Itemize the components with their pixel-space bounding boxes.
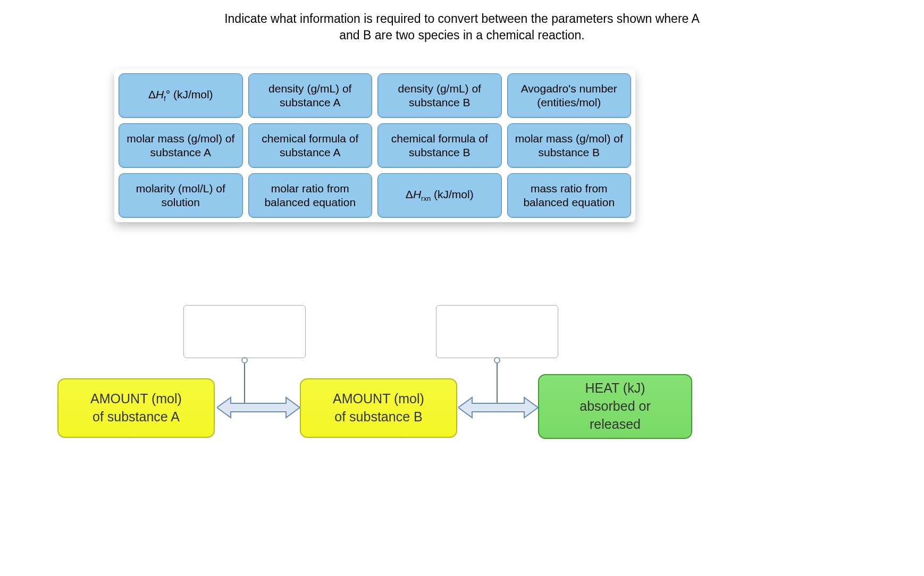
question-text: Indicate what information is required to…	[0, 11, 924, 44]
choice-label: ΔHrxn (kJ/mol)	[406, 188, 474, 203]
amount-b-box: AMOUNT (mol) of substance B	[300, 378, 457, 438]
choice-mass-ratio[interactable]: mass ratio from balanced equation	[507, 173, 632, 218]
amount-a-box: AMOUNT (mol) of substance A	[57, 378, 215, 438]
svg-marker-0	[217, 397, 300, 418]
amount-b-line2: of substance B	[334, 409, 422, 424]
choice-delta-hrxn[interactable]: ΔHrxn (kJ/mol)	[377, 173, 502, 218]
choices-panel: ΔHf° (kJ/mol) density (g/mL) of substanc…	[114, 69, 635, 222]
drop-zone-2[interactable]	[436, 305, 558, 358]
amount-a-line2: of substance A	[93, 409, 180, 424]
choice-label: molar ratio from balanced equation	[254, 182, 367, 210]
choice-formula-a[interactable]: chemical formula of substance A	[248, 123, 373, 168]
choice-label: molar mass (g/mol) of substance A	[124, 132, 237, 160]
heat-line2: absorbed or	[579, 399, 650, 413]
drop-zone-1[interactable]	[183, 305, 306, 358]
choice-molar-mass-b[interactable]: molar mass (g/mol) of substance B	[507, 123, 632, 168]
choice-delta-hf[interactable]: ΔHf° (kJ/mol)	[119, 73, 243, 118]
double-arrow-1	[217, 391, 300, 424]
question-line2: and B are two species in a chemical reac…	[339, 28, 585, 42]
connector-pin-1	[241, 357, 248, 363]
choices-grid: ΔHf° (kJ/mol) density (g/mL) of substanc…	[119, 73, 631, 218]
choice-density-b[interactable]: density (g/mL) of substance B	[377, 73, 502, 118]
choice-label: Avogadro's number (entities/mol)	[513, 82, 626, 110]
connector-pin-2	[494, 357, 500, 363]
choice-molarity[interactable]: molarity (mol/L) of solution	[119, 173, 243, 218]
choice-label: mass ratio from balanced equation	[513, 182, 626, 210]
heat-box: HEAT (kJ) absorbed or released	[538, 374, 692, 439]
svg-marker-1	[458, 397, 538, 418]
amount-b-line1: AMOUNT (mol)	[333, 391, 424, 406]
double-arrow-2	[458, 391, 538, 424]
choice-density-a[interactable]: density (g/mL) of substance A	[248, 73, 373, 118]
choice-label: molarity (mol/L) of solution	[124, 182, 237, 210]
choice-label: density (g/mL) of substance A	[254, 82, 367, 110]
choice-label: chemical formula of substance A	[254, 132, 367, 160]
choice-label: ΔHf° (kJ/mol)	[148, 88, 213, 103]
choice-molar-mass-a[interactable]: molar mass (g/mol) of substance A	[119, 123, 243, 168]
heat-line1: HEAT (kJ)	[585, 380, 645, 395]
amount-a-line1: AMOUNT (mol)	[90, 391, 182, 406]
choice-label: molar mass (g/mol) of substance B	[513, 132, 626, 160]
heat-line3: released	[590, 417, 641, 431]
choice-label: chemical formula of substance B	[383, 132, 496, 160]
choice-molar-ratio[interactable]: molar ratio from balanced equation	[248, 173, 373, 218]
question-line1: Indicate what information is required to…	[224, 12, 700, 26]
choice-label: density (g/mL) of substance B	[383, 82, 496, 110]
choice-avogadro[interactable]: Avogadro's number (entities/mol)	[507, 73, 632, 118]
choice-formula-b[interactable]: chemical formula of substance B	[377, 123, 502, 168]
